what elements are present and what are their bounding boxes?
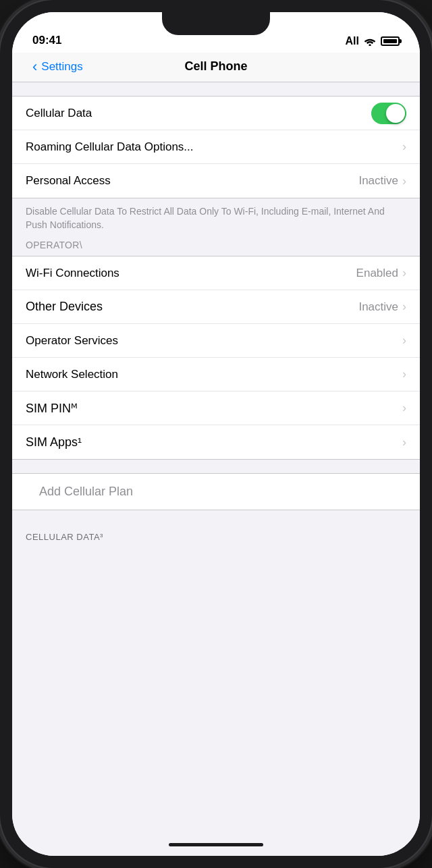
personal-access-chevron-icon: › (402, 174, 406, 188)
operator-services-row[interactable]: Operator Services › (12, 324, 420, 358)
personal-access-row[interactable]: Personal Access Inactive › (12, 164, 420, 198)
cellular-data-group: Cellular Data Roaming Cellular Data Opti… (12, 96, 420, 198)
status-bar: 09:41 All (12, 12, 420, 53)
network-selection-label: Network Selection (26, 368, 402, 381)
cellular-data-toggle[interactable] (371, 103, 406, 124)
cellular-data-row[interactable]: Cellular Data (12, 97, 420, 130)
toggle-knob (386, 104, 405, 123)
top-spacer (12, 82, 420, 96)
sim-apps-row[interactable]: SIM Apps¹ › (12, 425, 420, 459)
status-right: All (346, 35, 400, 47)
operator-services-label: Operator Services (26, 334, 402, 348)
content-area: Cellular Data Roaming Cellular Data Opti… (12, 82, 420, 833)
battery-icon (381, 36, 400, 46)
wifi-connections-label: Wi-Fi Connections (26, 267, 356, 280)
sim-pin-chevron-icon: › (402, 401, 406, 415)
bottom-padding (12, 545, 420, 572)
other-devices-chevron-icon: › (402, 300, 406, 314)
cellular-data-label: Cellular Data (26, 107, 371, 120)
description-text: Disable Cellular Data To Restrict All Da… (12, 198, 420, 237)
add-cellular-plan-row[interactable]: Add Cellular Plan (12, 474, 420, 510)
sim-apps-chevron-icon: › (402, 435, 406, 450)
wifi-connections-row[interactable]: Wi-Fi Connections Enabled › (12, 256, 420, 290)
sim-pin-row[interactable]: SIM PINᴹ › (12, 391, 420, 425)
add-cellular-plan-label: Add Cellular Plan (26, 474, 146, 510)
network-selection-chevron-icon: › (402, 367, 406, 381)
mid-spacer (12, 460, 420, 473)
notch (162, 12, 270, 35)
cellular-data-section-label: CELLULAR DATA³ (26, 532, 103, 542)
screen: 09:41 All ‹ Settings Cell Phone (12, 12, 420, 856)
other-devices-row[interactable]: Other Devices Inactive › (12, 290, 420, 324)
signal-label: All (346, 35, 359, 47)
wifi-connections-chevron-icon: › (402, 266, 406, 280)
nav-bar: ‹ Settings Cell Phone (12, 53, 420, 82)
other-devices-label: Other Devices (26, 300, 358, 314)
page-title: Cell Phone (184, 59, 247, 74)
network-selection-row[interactable]: Network Selection › (12, 358, 420, 391)
back-button[interactable]: ‹ Settings (32, 58, 83, 76)
wifi-icon (363, 36, 377, 46)
status-time: 09:41 (32, 34, 346, 47)
personal-access-label: Personal Access (26, 174, 358, 188)
svg-point-0 (369, 44, 371, 46)
wifi-connections-value: Enabled (356, 267, 398, 280)
home-indicator (12, 833, 420, 856)
operator-group: Wi-Fi Connections Enabled › Other Device… (12, 256, 420, 460)
back-label: Settings (41, 60, 82, 74)
sim-apps-label: SIM Apps¹ (26, 435, 402, 450)
home-bar (169, 843, 263, 846)
roaming-row[interactable]: Roaming Cellular Data Options... › (12, 130, 420, 164)
bottom-spacer (12, 510, 420, 524)
roaming-label: Roaming Cellular Data Options... (26, 140, 402, 154)
operator-services-chevron-icon: › (402, 333, 406, 348)
cellular-data-section: CELLULAR DATA³ (12, 524, 420, 545)
phone-frame: 09:41 All ‹ Settings Cell Phone (0, 0, 432, 868)
operator-header: Operator\ (12, 237, 420, 256)
back-chevron-icon: ‹ (32, 58, 37, 76)
personal-access-value: Inactive (358, 174, 398, 188)
roaming-chevron-icon: › (402, 140, 406, 154)
other-devices-value: Inactive (358, 300, 398, 314)
sim-pin-label: SIM PINᴹ (26, 401, 402, 416)
add-cellular-plan-group: Add Cellular Plan (12, 473, 420, 510)
